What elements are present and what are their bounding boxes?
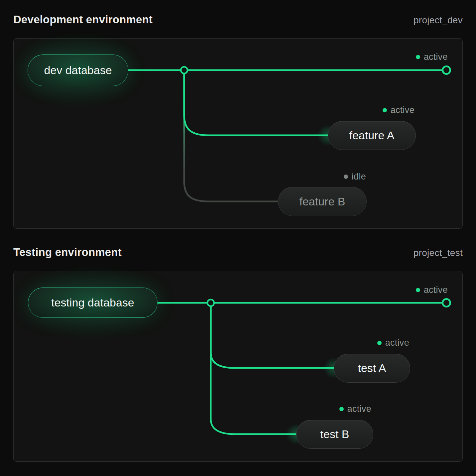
- node-dev-database-label: dev database: [44, 64, 112, 77]
- status-dot-idle-icon: [344, 175, 348, 179]
- branch-line-feature-a[interactable]: [184, 70, 328, 135]
- status-dot-active-icon: [416, 55, 420, 59]
- node-feature-b-label: feature B: [299, 195, 345, 208]
- status-dot-active-icon: [383, 108, 387, 112]
- status-test-a: active: [377, 338, 409, 348]
- status-feature-a: active: [383, 105, 415, 115]
- branch-line-test-a[interactable]: [211, 303, 334, 368]
- branch-junction-node-test[interactable]: [207, 299, 214, 306]
- status-label: active: [391, 105, 415, 115]
- status-label: active: [424, 52, 448, 62]
- node-test-b-label: test B: [320, 428, 349, 441]
- node-test-a[interactable]: test A: [334, 354, 410, 383]
- status-feature-b: idle: [344, 172, 366, 182]
- node-dev-database[interactable]: dev database: [28, 55, 128, 86]
- status-dot-active-icon: [339, 407, 344, 411]
- main-branch-endpoint-dev[interactable]: [443, 66, 450, 74]
- dev-panel: dev database active active feature A idl…: [13, 38, 463, 229]
- status-label: active: [424, 285, 448, 295]
- branch-junction-node-dev[interactable]: [181, 67, 187, 73]
- status-dot-active-icon: [416, 288, 420, 292]
- main-branch-endpoint-test[interactable]: [443, 299, 450, 307]
- node-feature-b[interactable]: feature B: [278, 187, 367, 216]
- status-dev-main: active: [416, 52, 448, 62]
- node-testing-database-label: testing database: [51, 296, 134, 309]
- status-test-main: active: [416, 285, 448, 295]
- status-dot-active-icon: [377, 341, 382, 345]
- node-test-b[interactable]: test B: [296, 420, 373, 449]
- status-test-b: active: [339, 404, 371, 414]
- status-label: active: [385, 338, 409, 348]
- node-test-a-label: test A: [358, 362, 386, 375]
- dev-project-label: project_dev: [414, 15, 463, 26]
- status-label: idle: [352, 172, 366, 182]
- test-panel: testing database active active test A ac…: [13, 271, 463, 462]
- node-feature-a-label: feature A: [349, 129, 394, 142]
- status-label: active: [347, 404, 371, 414]
- test-project-label: project_test: [414, 248, 463, 258]
- node-feature-a[interactable]: feature A: [328, 121, 416, 150]
- node-testing-database[interactable]: testing database: [28, 288, 158, 318]
